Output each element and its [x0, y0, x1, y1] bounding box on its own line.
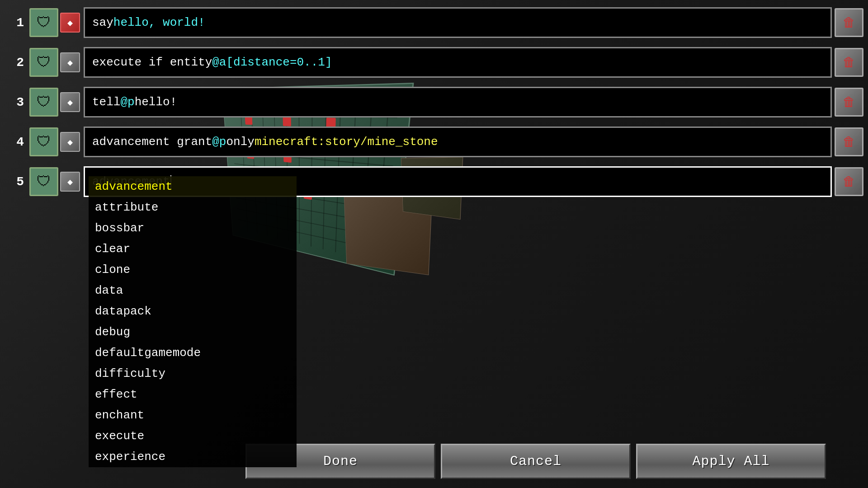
autocomplete-item-9[interactable]: difficulty: [89, 363, 297, 384]
autocomplete-item-6[interactable]: datapack: [89, 301, 297, 322]
shield-icon-4: 🛡: [29, 127, 58, 156]
shield-icon-2: 🛡: [29, 48, 58, 77]
cmd-text-1a: say: [92, 16, 113, 29]
row-icon-container-1: 🛡 ◆: [29, 8, 80, 37]
row-icon-container-5: 🛡 ◆: [29, 167, 80, 196]
arrow-icon-3[interactable]: ◆: [60, 92, 80, 112]
autocomplete-item-1[interactable]: attribute: [89, 197, 297, 218]
autocomplete-item-8[interactable]: defaultgamemode: [89, 343, 297, 363]
command-rows: 1 🛡 ◆ say hello, world! 🗑 2 🛡 ◆ execute …: [5, 5, 863, 203]
ui-overlay: 1 🛡 ◆ say hello, world! 🗑 2 🛡 ◆ execute …: [0, 0, 868, 488]
row-number-5: 5: [5, 175, 29, 189]
cmd-text-2a: execute if entity: [92, 56, 212, 69]
cmd-text-3a: tell: [92, 95, 120, 109]
delete-btn-5[interactable]: 🗑: [835, 167, 863, 196]
shield-icon-1: 🛡: [29, 8, 58, 37]
row-icon-container-2: 🛡 ◆: [29, 48, 80, 77]
arrow-icon-5[interactable]: ◆: [60, 172, 80, 192]
shield-icon-3: 🛡: [29, 88, 58, 117]
cancel-button[interactable]: Cancel: [441, 444, 631, 479]
command-row-1: 1 🛡 ◆ say hello, world! 🗑: [5, 5, 863, 41]
autocomplete-item-13[interactable]: experience: [89, 446, 297, 467]
cmd-display-3[interactable]: tell @p hello!: [84, 87, 832, 117]
cmd-display-2[interactable]: execute if entity @a[distance=0..1]: [84, 47, 832, 78]
row-number-1: 1: [5, 16, 29, 30]
autocomplete-item-12[interactable]: execute: [89, 426, 297, 446]
row-number-3: 3: [5, 95, 29, 109]
cmd-text-3c: hello!: [135, 95, 177, 109]
row-number-4: 4: [5, 135, 29, 149]
delete-btn-4[interactable]: 🗑: [835, 127, 863, 156]
autocomplete-item-3[interactable]: clear: [89, 239, 297, 259]
autocomplete-item-5[interactable]: data: [89, 280, 297, 301]
cmd-text-2b: @a[distance=0..1]: [212, 56, 332, 69]
autocomplete-item-0[interactable]: advancement: [89, 176, 297, 197]
command-row-4: 4 🛡 ◆ advancement grant @p only minecraf…: [5, 124, 863, 160]
autocomplete-item-7[interactable]: debug: [89, 322, 297, 343]
cmd-display-1[interactable]: say hello, world!: [84, 7, 832, 38]
arrow-icon-2[interactable]: ◆: [60, 52, 80, 72]
cmd-text-1b: hello, world!: [113, 16, 205, 29]
cmd-text-3b: @p: [120, 95, 134, 109]
cmd-display-4[interactable]: advancement grant @p only minecraft:stor…: [84, 127, 832, 157]
row-number-2: 2: [5, 56, 29, 70]
delete-btn-2[interactable]: 🗑: [835, 48, 863, 77]
cmd-text-4b: @p: [212, 135, 226, 149]
apply-all-button[interactable]: Apply All: [636, 444, 826, 479]
bottom-buttons: Done Cancel Apply All: [208, 444, 863, 479]
autocomplete-dropdown: advancement attribute bossbar clear clon…: [89, 176, 297, 467]
row-icon-container-3: 🛡 ◆: [29, 88, 80, 117]
delete-btn-1[interactable]: 🗑: [835, 8, 863, 37]
arrow-icon-4[interactable]: ◆: [60, 132, 80, 152]
arrow-icon-1[interactable]: ◆: [60, 13, 80, 33]
command-row-2: 2 🛡 ◆ execute if entity @a[distance=0..1…: [5, 44, 863, 80]
autocomplete-item-4[interactable]: clone: [89, 259, 297, 280]
shield-icon-5: 🛡: [29, 167, 58, 196]
autocomplete-item-2[interactable]: bossbar: [89, 218, 297, 239]
cmd-text-4d: minecraft:story/mine_stone: [255, 135, 438, 149]
delete-btn-3[interactable]: 🗑: [835, 88, 863, 117]
autocomplete-item-10[interactable]: effect: [89, 384, 297, 405]
cmd-text-4c: only: [226, 135, 254, 149]
row-icon-container-4: 🛡 ◆: [29, 127, 80, 156]
cmd-text-4a: advancement grant: [92, 135, 212, 149]
autocomplete-item-11[interactable]: enchant: [89, 405, 297, 426]
command-row-3: 3 🛡 ◆ tell @p hello! 🗑: [5, 84, 863, 120]
